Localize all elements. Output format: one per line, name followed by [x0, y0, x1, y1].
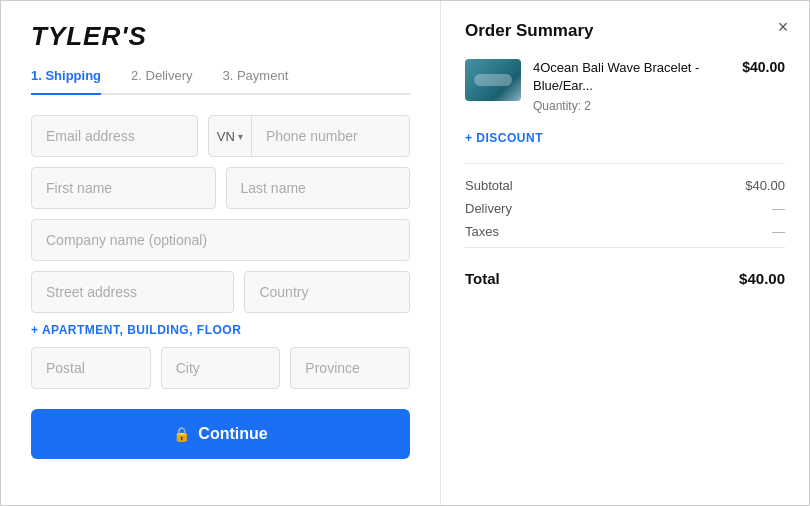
province-input[interactable] — [290, 347, 410, 389]
delivery-row: Delivery — — [465, 201, 785, 216]
subtotal-value: $40.00 — [745, 178, 785, 193]
delivery-value: — — [772, 201, 785, 216]
postal-city-province-row — [31, 347, 410, 389]
email-phone-row: VN ▾ — [31, 115, 410, 157]
step-shipping[interactable]: 1. Shipping — [31, 68, 101, 93]
left-panel: TYLER'S 1. Shipping 2. Delivery 3. Payme… — [1, 1, 441, 505]
item-price: $40.00 — [742, 59, 785, 75]
divider — [465, 163, 785, 164]
step-payment[interactable]: 3. Payment — [222, 68, 288, 93]
total-label: Total — [465, 270, 500, 287]
last-name-input[interactable] — [226, 167, 411, 209]
item-quantity: Quantity: 2 — [533, 99, 730, 113]
lock-icon: 🔒 — [173, 426, 190, 442]
continue-button[interactable]: 🔒 Continue — [31, 409, 410, 459]
city-input[interactable] — [161, 347, 281, 389]
phone-prefix-label: VN — [217, 129, 235, 144]
city-wrapper — [161, 347, 281, 389]
email-input[interactable] — [31, 115, 198, 157]
phone-prefix[interactable]: VN ▾ — [209, 116, 252, 156]
checkout-modal: × TYLER'S 1. Shipping 2. Delivery 3. Pay… — [0, 0, 810, 506]
continue-label: Continue — [198, 425, 267, 443]
taxes-value: — — [772, 224, 785, 239]
name-row — [31, 167, 410, 209]
company-wrapper — [31, 219, 410, 261]
order-item: 4Ocean Bali Wave Bracelet - Blue/Ear... … — [465, 59, 785, 113]
delivery-label: Delivery — [465, 201, 512, 216]
right-panel: Order Summary 4Ocean Bali Wave Bracelet … — [441, 1, 809, 505]
company-input[interactable] — [31, 219, 410, 261]
first-name-wrapper — [31, 167, 216, 209]
phone-input[interactable] — [252, 116, 409, 156]
total-value: $40.00 — [739, 270, 785, 287]
subtotal-row: Subtotal $40.00 — [465, 178, 785, 193]
close-button[interactable]: × — [771, 15, 795, 39]
subtotal-label: Subtotal — [465, 178, 513, 193]
taxes-row: Taxes — — [465, 224, 785, 239]
last-name-wrapper — [226, 167, 411, 209]
chevron-down-icon: ▾ — [238, 131, 243, 142]
first-name-input[interactable] — [31, 167, 216, 209]
order-summary-title: Order Summary — [465, 21, 785, 41]
total-divider — [465, 247, 785, 248]
email-field-wrapper — [31, 115, 198, 157]
discount-link[interactable]: + DISCOUNT — [465, 131, 785, 145]
item-name: 4Ocean Bali Wave Bracelet - Blue/Ear... — [533, 59, 730, 95]
logo: TYLER'S — [31, 21, 410, 52]
item-thumbnail — [465, 59, 521, 101]
phone-field-wrapper[interactable]: VN ▾ — [208, 115, 410, 157]
step-delivery[interactable]: 2. Delivery — [131, 68, 192, 93]
company-row — [31, 219, 410, 261]
item-info: 4Ocean Bali Wave Bracelet - Blue/Ear... … — [533, 59, 730, 113]
street-input[interactable] — [31, 271, 234, 313]
street-wrapper — [31, 271, 234, 313]
province-wrapper — [290, 347, 410, 389]
postal-wrapper — [31, 347, 151, 389]
street-country-row: Country — [31, 271, 410, 313]
total-row: Total $40.00 — [465, 270, 785, 287]
apartment-link[interactable]: + APARTMENT, BUILDING, FLOOR — [31, 323, 410, 337]
steps-nav: 1. Shipping 2. Delivery 3. Payment — [31, 68, 410, 95]
country-field[interactable]: Country — [244, 271, 410, 313]
postal-input[interactable] — [31, 347, 151, 389]
taxes-label: Taxes — [465, 224, 499, 239]
